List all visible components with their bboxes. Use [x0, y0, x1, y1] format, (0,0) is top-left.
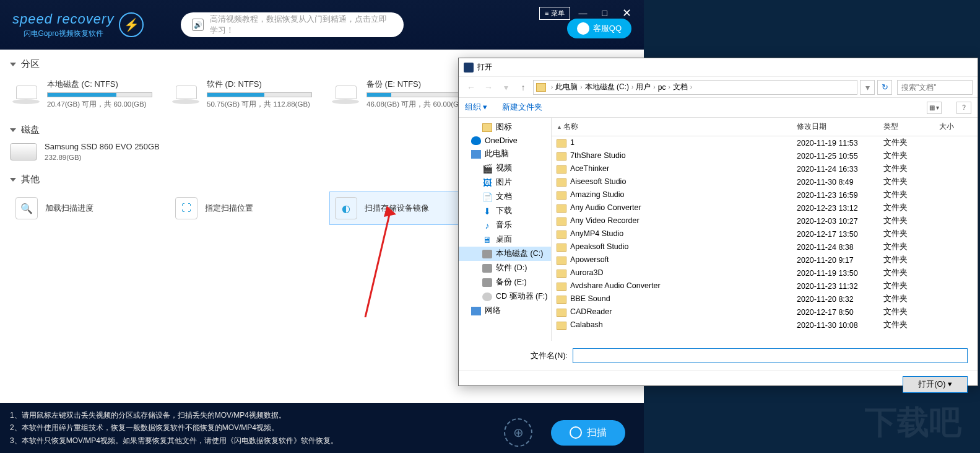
partition-card[interactable]: 软件 (D: NTFS) 50.75(GB) 可用，共 112.88(GB) [170, 76, 324, 112]
tree-item[interactable]: ⬇下载 [459, 204, 551, 218]
column-name[interactable]: ▲名称 [552, 121, 792, 132]
action-label: 扫描存储设备镜像 [365, 203, 429, 214]
action-icon: ⛶ [175, 197, 197, 219]
breadcrumb-item[interactable]: 此电脑 [555, 82, 578, 92]
action-label: 指定扫描位置 [205, 203, 253, 214]
media-icon: 📄 [482, 193, 492, 201]
search-input[interactable] [897, 80, 973, 95]
other-action-card[interactable]: 🔍 加载扫描进度 [10, 191, 165, 225]
tree-item[interactable]: 图标 [459, 120, 551, 134]
usage-text: 50.75(GB) 可用，共 112.88(GB) [207, 100, 322, 109]
help-button[interactable]: ? [956, 102, 971, 114]
logo-title: speed recovery [12, 11, 114, 27]
folder-icon [557, 309, 566, 317]
nav-forward-button[interactable]: → [481, 80, 496, 95]
customer-service-button[interactable]: 客服QQ [567, 19, 631, 38]
organize-button[interactable]: 组织 ▾ [465, 102, 487, 113]
file-row[interactable]: Avdshare Audio Converter 2020-11-23 11:3… [552, 279, 978, 292]
app-header: speed recovery 闪电Gopro视频恢复软件 ⚡ 🔊 高清视频教程，… [0, 0, 644, 50]
file-row[interactable]: CADReader 2020-12-17 8:50 文件夹 [552, 306, 978, 319]
scan-button[interactable]: 扫描 [551, 420, 625, 446]
action-icon: ◐ [335, 197, 357, 219]
file-row[interactable]: BBE Sound 2020-11-20 8:32 文件夹 [552, 292, 978, 306]
file-row[interactable]: Apowersoft 2020-11-20 9:17 文件夹 [552, 253, 978, 266]
usage-text: 20.47(GB) 可用，共 60.00(GB) [47, 100, 162, 109]
dialog-filename-row: 文件名(N): [459, 341, 978, 371]
file-row[interactable]: Amazing Studio 2020-11-23 16:59 文件夹 [552, 188, 978, 201]
file-row[interactable]: Any Audio Converter 2020-12-23 13:12 文件夹 [552, 201, 978, 214]
dialog-nav: ← → ▾ ↑ ›此电脑›本地磁盘 (C:)›用户›pc›文档› ▾ ↻ [459, 77, 978, 98]
breadcrumb-dropdown[interactable]: ▾ [860, 80, 875, 95]
breadcrumb-item[interactable]: 本地磁盘 (C:) [585, 82, 629, 92]
action-icon: 🔍 [15, 197, 38, 219]
file-row[interactable]: AceThinker 2020-11-24 16:33 文件夹 [552, 162, 978, 175]
tree-item[interactable]: 本地磁盘 (C:) [459, 247, 551, 261]
collapse-icon [10, 128, 16, 132]
tree-item[interactable]: 📄文档 [459, 190, 551, 204]
tree-item[interactable]: 🎬视频 [459, 161, 551, 175]
file-row[interactable]: Aurora3D 2020-11-19 13:50 文件夹 [552, 266, 978, 279]
file-list: 1 2020-11-19 11:53 文件夹 7thShare Studio 2… [552, 136, 978, 341]
tree-item[interactable]: OneDrive [459, 134, 551, 147]
drive-icon [332, 84, 359, 104]
breadcrumb-item[interactable]: 用户 [636, 82, 651, 92]
file-row[interactable]: 7thShare Studio 2020-11-25 10:55 文件夹 [552, 149, 978, 162]
tree-item[interactable]: 软件 (D:) [459, 261, 551, 275]
drive-icon [12, 84, 40, 104]
disk-name: Samsung SSD 860 EVO 250GB [45, 142, 160, 151]
folder-icon [557, 283, 566, 291]
file-list-panel: ▲名称 修改日期 类型 大小 1 2020-11-19 11:53 文件夹 7t… [552, 118, 978, 341]
bolt-icon: ⚡ [119, 12, 144, 37]
view-options-button[interactable]: ▦ ▾ [927, 102, 942, 114]
usage-bar [47, 92, 152, 97]
column-size[interactable]: 大小 [934, 121, 978, 132]
nav-back-button[interactable]: ← [464, 80, 479, 95]
filename-input[interactable] [573, 348, 968, 363]
dialog-title: 打开 [477, 62, 492, 73]
file-list-header: ▲名称 修改日期 类型 大小 [552, 118, 978, 136]
breadcrumb-item[interactable]: pc [658, 83, 666, 92]
menu-button[interactable]: ≡ 菜单 [539, 7, 570, 20]
breadcrumb[interactable]: ›此电脑›本地磁盘 (C:)›用户›pc›文档› [533, 80, 857, 95]
cloud-icon [471, 136, 481, 145]
open-button[interactable]: 打开(O) ▾ [903, 376, 968, 393]
logo-subtitle: 闪电Gopro视频恢复软件 [24, 29, 103, 39]
drive-icon [482, 278, 492, 287]
tutorial-banner[interactable]: 🔊 高清视频教程，数据恢复从入门到精通，点击立即学习！ [181, 12, 404, 37]
media-icon: 🎬 [482, 164, 492, 173]
folder-icon [536, 83, 546, 92]
watermark: 下载吧 [865, 401, 961, 444]
file-row[interactable]: Aiseesoft Studio 2020-11-30 8:49 文件夹 [552, 175, 978, 188]
column-type[interactable]: 类型 [878, 121, 934, 132]
dialog-titlebar: 打开 [459, 58, 978, 77]
partition-card[interactable]: 本地磁盘 (C: NTFS) 20.47(GB) 可用，共 60.00(GB) [10, 76, 165, 112]
other-action-card[interactable]: ⛶ 指定扫描位置 [170, 191, 324, 225]
app-footer: 1、请用鼠标左键双击丢失视频的分区或存储设备，扫描丢失的MOV/MP4视频数据。… [0, 403, 644, 453]
tree-item[interactable]: ♪音乐 [459, 218, 551, 232]
file-row[interactable]: Calabash 2020-11-30 10:08 文件夹 [552, 319, 978, 332]
nav-up-button[interactable]: ↑ [516, 80, 531, 95]
disk-icon [10, 143, 37, 161]
collapse-icon [10, 63, 16, 66]
media-icon: 🖼 [482, 178, 492, 187]
file-row[interactable]: Apeaksoft Studio 2020-11-24 8:38 文件夹 [552, 240, 978, 253]
tree-item[interactable]: 此电脑 [459, 147, 551, 161]
nav-recent-button[interactable]: ▾ [498, 80, 513, 95]
file-row[interactable]: 1 2020-11-19 11:53 文件夹 [552, 136, 978, 149]
folder-tree: 图标OneDrive此电脑🎬视频🖼图片📄文档⬇下载♪音乐🖥桌面本地磁盘 (C:)… [459, 118, 552, 341]
tree-item[interactable]: 网络 [459, 304, 551, 318]
logo: speed recovery 闪电Gopro视频恢复软件 [12, 11, 114, 39]
folder-icon [557, 152, 566, 161]
tree-item[interactable]: CD 驱动器 (F:) [459, 289, 551, 304]
breadcrumb-item[interactable]: 文档 [673, 82, 688, 92]
tree-item[interactable]: 🖼图片 [459, 175, 551, 190]
file-row[interactable]: AnyMP4 Studio 2020-12-17 13:50 文件夹 [552, 227, 978, 240]
file-row[interactable]: Any Video Recorder 2020-12-03 10:27 文件夹 [552, 214, 978, 227]
target-button[interactable]: ⊕ [504, 418, 532, 447]
column-date[interactable]: 修改日期 [792, 121, 878, 132]
refresh-button[interactable]: ↻ [877, 80, 892, 95]
tree-item[interactable]: 🖥桌面 [459, 232, 551, 247]
disk-size: 232.89(GB) [45, 154, 160, 161]
tree-item[interactable]: 备份 (E:) [459, 275, 551, 289]
new-folder-button[interactable]: 新建文件夹 [502, 102, 542, 113]
